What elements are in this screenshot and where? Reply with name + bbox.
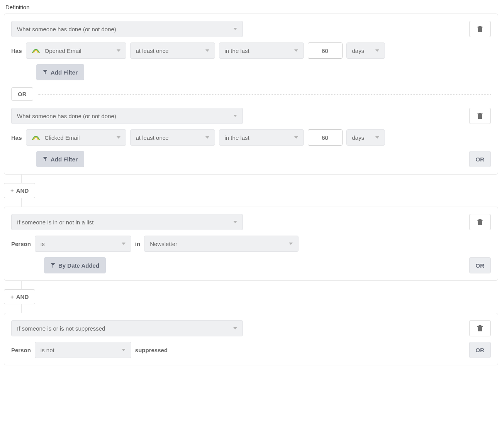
- filter-icon: [43, 69, 47, 76]
- range-label: in the last: [225, 134, 287, 141]
- chevron-down-icon: [122, 349, 126, 351]
- and-label: AND: [16, 187, 29, 194]
- and-button[interactable]: + AND: [4, 183, 35, 198]
- or-button[interactable]: OR: [469, 342, 491, 358]
- connector-line: [21, 175, 22, 183]
- has-label: Has: [11, 48, 22, 54]
- chevron-down-icon: [289, 243, 293, 245]
- frequency-label: at least once: [136, 134, 198, 141]
- chevron-down-icon: [233, 115, 237, 117]
- connector-line: [21, 198, 22, 207]
- in-label: in: [135, 241, 140, 247]
- metric-label: Opened Email: [45, 48, 109, 54]
- frequency-label: at least once: [136, 48, 198, 54]
- trash-icon: [477, 325, 483, 332]
- condition-type-label: If someone is or is not suppressed: [17, 325, 226, 332]
- chevron-down-icon: [233, 28, 237, 30]
- section-title: Definition: [5, 4, 498, 10]
- range-select[interactable]: in the last: [219, 129, 304, 146]
- operator-label: is: [41, 241, 114, 247]
- days-input[interactable]: [308, 42, 343, 59]
- klaviyo-icon: [32, 46, 40, 55]
- chevron-down-icon: [233, 327, 237, 329]
- trash-icon: [477, 112, 483, 119]
- unit-label: days: [352, 48, 368, 54]
- add-filter-button[interactable]: Add Filter: [36, 151, 84, 167]
- condition-type-label: What someone has done (or not done): [17, 113, 226, 119]
- chevron-down-icon: [117, 49, 120, 52]
- chevron-down-icon: [122, 243, 126, 245]
- filter-icon: [51, 262, 55, 269]
- delete-button[interactable]: [469, 214, 491, 230]
- unit-select[interactable]: days: [346, 129, 385, 146]
- operator-select[interactable]: is: [35, 236, 131, 252]
- frequency-select[interactable]: at least once: [130, 129, 215, 146]
- chevron-down-icon: [375, 136, 379, 139]
- metric-select[interactable]: Opened Email: [26, 42, 126, 59]
- metric-label: Clicked Email: [45, 134, 109, 141]
- plus-icon: +: [10, 294, 14, 300]
- condition-type-select[interactable]: If someone is or is not suppressed: [11, 320, 243, 336]
- condition-group-3: If someone is or is not suppressed Perso…: [4, 313, 498, 365]
- unit-label: days: [352, 134, 368, 141]
- operator-select[interactable]: is not: [35, 342, 131, 358]
- condition-type-select[interactable]: If someone is in or not in a list: [11, 214, 243, 230]
- person-label: Person: [11, 347, 31, 353]
- frequency-select[interactable]: at least once: [130, 42, 215, 59]
- range-label: in the last: [225, 48, 287, 54]
- condition-group-1: What someone has done (or not done) Has …: [4, 14, 498, 175]
- or-button[interactable]: OR: [469, 151, 491, 167]
- by-date-added-button[interactable]: By Date Added: [44, 257, 106, 273]
- add-filter-button[interactable]: Add Filter: [36, 64, 84, 80]
- condition-type-select[interactable]: What someone has done (or not done): [11, 21, 243, 37]
- chevron-down-icon: [233, 221, 237, 223]
- chevron-down-icon: [294, 49, 298, 52]
- or-button[interactable]: OR: [469, 257, 491, 273]
- range-select[interactable]: in the last: [219, 42, 304, 59]
- suppressed-label: suppressed: [135, 347, 168, 353]
- separator-line: [38, 94, 491, 95]
- metric-select[interactable]: Clicked Email: [26, 129, 126, 146]
- delete-button[interactable]: [469, 108, 491, 124]
- connector-line: [21, 304, 22, 313]
- or-separator: OR: [11, 87, 491, 101]
- trash-icon: [477, 219, 483, 226]
- and-button[interactable]: + AND: [4, 289, 35, 304]
- delete-button[interactable]: [469, 21, 491, 37]
- add-filter-label: Add Filter: [51, 69, 78, 76]
- person-label: Person: [11, 241, 31, 247]
- condition-type-label: What someone has done (or not done): [17, 26, 226, 32]
- connector-line: [21, 281, 22, 289]
- chevron-down-icon: [205, 49, 209, 52]
- chevron-down-icon: [205, 136, 209, 139]
- chevron-down-icon: [375, 49, 379, 52]
- trash-icon: [477, 25, 483, 32]
- has-label: Has: [11, 134, 22, 141]
- list-select[interactable]: Newsletter: [144, 236, 298, 252]
- delete-button[interactable]: [469, 320, 491, 336]
- by-date-added-label: By Date Added: [58, 262, 99, 269]
- list-label: Newsletter: [150, 241, 281, 247]
- filter-icon: [43, 156, 47, 163]
- klaviyo-icon: [32, 133, 40, 142]
- condition-type-select[interactable]: What someone has done (or not done): [11, 108, 243, 124]
- chevron-down-icon: [294, 136, 298, 139]
- unit-select[interactable]: days: [346, 42, 385, 59]
- condition-type-label: If someone is in or not in a list: [17, 219, 226, 226]
- operator-label: is not: [41, 347, 114, 353]
- add-filter-label: Add Filter: [51, 156, 78, 163]
- days-input[interactable]: [308, 129, 343, 146]
- plus-icon: +: [10, 187, 14, 194]
- condition-group-2: If someone is in or not in a list Person…: [4, 207, 498, 281]
- or-pill: OR: [11, 87, 33, 101]
- chevron-down-icon: [117, 136, 120, 139]
- and-label: AND: [16, 294, 29, 300]
